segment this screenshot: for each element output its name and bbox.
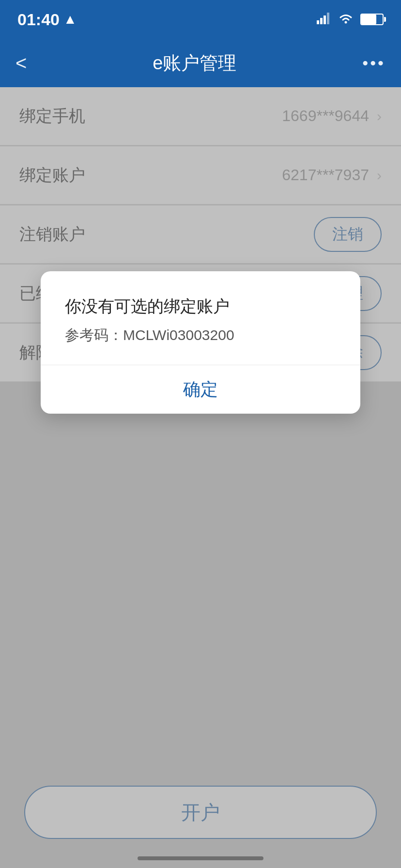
back-button[interactable]: <	[15, 52, 27, 74]
page-title: e账户管理	[153, 51, 236, 76]
battery-icon	[360, 14, 384, 25]
more-button[interactable]: •••	[362, 54, 386, 73]
dialog-overlay: 你没有可选的绑定账户 参考码：MCLWi03003200 确定	[0, 87, 401, 868]
dialog-actions: 确定	[41, 365, 360, 414]
nav-bar: < e账户管理 •••	[0, 39, 401, 87]
svg-rect-0	[317, 20, 319, 24]
dialog-confirm-button[interactable]: 确定	[41, 365, 360, 414]
status-time: 01:40 ▲	[17, 10, 77, 29]
dialog-title: 你没有可选的绑定账户	[65, 295, 336, 318]
dialog: 你没有可选的绑定账户 参考码：MCLWi03003200 确定	[41, 271, 360, 414]
svg-rect-1	[320, 18, 323, 24]
status-bar: 01:40 ▲	[0, 0, 401, 39]
time-label: 01:40	[17, 10, 60, 29]
signal-icon	[317, 12, 331, 28]
dialog-body: 你没有可选的绑定账户 参考码：MCLWi03003200	[41, 271, 360, 365]
wifi-icon	[338, 12, 354, 28]
svg-rect-2	[324, 16, 326, 24]
status-icons	[317, 12, 384, 28]
svg-rect-3	[327, 13, 329, 24]
location-icon: ▲	[63, 12, 77, 27]
svg-point-4	[345, 21, 347, 23]
dialog-subtitle: 参考码：MCLWi03003200	[65, 326, 336, 345]
content-area: 绑定手机 1669***9644 › 绑定账户 6217***7937 › 注销…	[0, 87, 401, 868]
